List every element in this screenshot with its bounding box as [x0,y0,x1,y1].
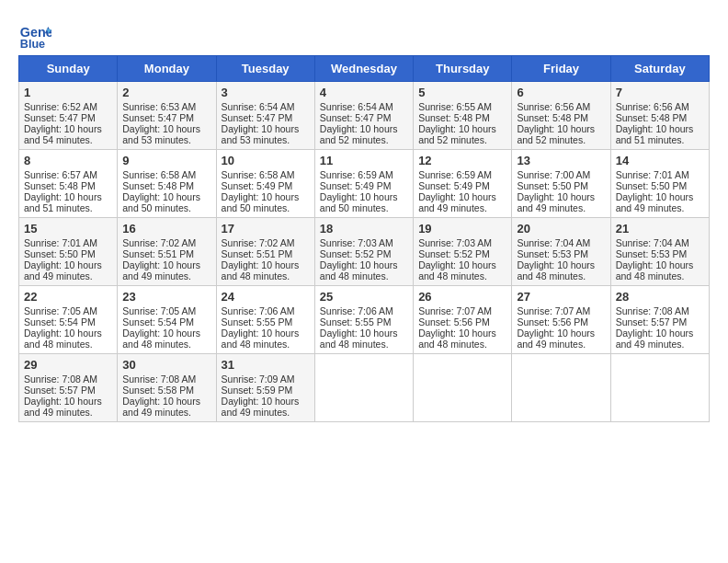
day-number: 2 [122,86,210,99]
sunrise: Sunrise: 6:55 AM [418,101,492,112]
daylight: Daylight: 10 hours and 48 minutes. [320,327,398,350]
calendar-week-4: 22Sunrise: 7:05 AMSunset: 5:54 PMDayligh… [19,286,710,354]
calendar-cell: 7Sunrise: 6:56 AMSunset: 5:48 PMDaylight… [610,82,709,150]
daylight: Daylight: 10 hours and 50 minutes. [320,191,398,213]
calendar-cell: 9Sunrise: 6:58 AMSunset: 5:48 PMDaylight… [118,150,216,218]
calendar-cell: 29Sunrise: 7:08 AMSunset: 5:57 PMDayligh… [19,354,118,422]
calendar-cell: 20Sunrise: 7:04 AMSunset: 5:53 PMDayligh… [512,218,610,286]
daylight: Daylight: 10 hours and 50 minutes. [222,191,300,213]
daylight: Daylight: 10 hours and 52 minutes. [418,123,496,145]
sunset: Sunset: 5:56 PM [418,316,490,327]
calendar-table: SundayMondayTuesdayWednesdayThursdayFrid… [18,55,710,422]
day-number: 26 [418,290,506,304]
header-cell-monday: Monday [118,56,216,82]
sunset: Sunset: 5:52 PM [418,248,490,259]
calendar-cell [512,354,610,422]
sunrise: Sunrise: 7:07 AM [418,305,492,316]
sunset: Sunset: 5:48 PM [616,112,688,123]
calendar-cell: 23Sunrise: 7:05 AMSunset: 5:54 PMDayligh… [118,286,216,354]
daylight: Daylight: 10 hours and 49 minutes. [616,327,694,350]
day-number: 12 [418,154,506,167]
sunset: Sunset: 5:48 PM [517,112,588,123]
sunrise: Sunrise: 7:03 AM [418,237,492,248]
sunrise: Sunrise: 6:59 AM [320,169,393,180]
daylight: Daylight: 10 hours and 48 minutes. [320,259,398,282]
calendar-cell: 22Sunrise: 7:05 AMSunset: 5:54 PMDayligh… [19,286,118,354]
calendar-cell: 27Sunrise: 7:07 AMSunset: 5:56 PMDayligh… [512,286,610,354]
sunrise: Sunrise: 7:00 AM [517,169,590,180]
day-number: 29 [24,358,112,372]
daylight: Daylight: 10 hours and 49 minutes. [24,396,102,418]
day-number: 21 [616,222,704,236]
daylight: Daylight: 10 hours and 49 minutes. [517,327,595,350]
calendar-cell: 28Sunrise: 7:08 AMSunset: 5:57 PMDayligh… [610,286,709,354]
day-number: 1 [24,86,112,99]
header-cell-saturday: Saturday [610,56,709,82]
day-number: 4 [320,86,408,99]
sunset: Sunset: 5:47 PM [122,112,194,123]
calendar-week-2: 8Sunrise: 6:57 AMSunset: 5:48 PMDaylight… [19,150,710,218]
sunrise: Sunrise: 6:58 AM [222,169,295,180]
header: General Blue [18,18,710,52]
sunset: Sunset: 5:57 PM [24,385,96,396]
daylight: Daylight: 10 hours and 52 minutes. [517,123,595,145]
day-number: 7 [616,86,704,99]
sunset: Sunset: 5:58 PM [122,385,194,396]
day-number: 31 [222,358,310,372]
calendar-week-3: 15Sunrise: 7:01 AMSunset: 5:50 PMDayligh… [19,218,710,286]
calendar-cell: 5Sunrise: 6:55 AMSunset: 5:48 PMDaylight… [414,82,512,150]
header-cell-tuesday: Tuesday [216,56,314,82]
calendar-cell: 12Sunrise: 6:59 AMSunset: 5:49 PMDayligh… [414,150,512,218]
day-number: 13 [517,154,605,167]
daylight: Daylight: 10 hours and 49 minutes. [122,396,200,418]
daylight: Daylight: 10 hours and 49 minutes. [517,191,595,213]
sunset: Sunset: 5:53 PM [517,248,588,259]
calendar-cell: 31Sunrise: 7:09 AMSunset: 5:59 PMDayligh… [216,354,314,422]
sunset: Sunset: 5:50 PM [517,180,588,191]
sunrise: Sunrise: 7:02 AM [222,237,295,248]
sunrise: Sunrise: 6:54 AM [320,101,393,112]
calendar-cell: 11Sunrise: 6:59 AMSunset: 5:49 PMDayligh… [314,150,413,218]
calendar-cell: 10Sunrise: 6:58 AMSunset: 5:49 PMDayligh… [216,150,314,218]
header-cell-thursday: Thursday [414,56,512,82]
daylight: Daylight: 10 hours and 48 minutes. [222,259,300,282]
daylight: Daylight: 10 hours and 49 minutes. [418,191,496,213]
day-number: 30 [122,358,210,372]
daylight: Daylight: 10 hours and 52 minutes. [320,123,398,145]
sunset: Sunset: 5:49 PM [320,180,392,191]
sunset: Sunset: 5:48 PM [122,180,194,191]
day-number: 6 [517,86,605,99]
calendar-cell: 21Sunrise: 7:04 AMSunset: 5:53 PMDayligh… [610,218,709,286]
day-number: 9 [122,154,210,167]
sunset: Sunset: 5:52 PM [320,248,392,259]
sunset: Sunset: 5:50 PM [24,248,96,259]
calendar-cell: 16Sunrise: 7:02 AMSunset: 5:51 PMDayligh… [118,218,216,286]
day-number: 20 [517,222,605,236]
sunrise: Sunrise: 7:06 AM [320,305,393,316]
sunset: Sunset: 5:48 PM [24,180,96,191]
sunrise: Sunrise: 7:01 AM [616,169,689,180]
header-cell-friday: Friday [512,56,610,82]
daylight: Daylight: 10 hours and 48 minutes. [418,327,496,350]
sunrise: Sunrise: 6:56 AM [517,101,590,112]
sunrise: Sunrise: 7:09 AM [222,373,295,385]
calendar-header-row: SundayMondayTuesdayWednesdayThursdayFrid… [19,56,710,82]
sunrise: Sunrise: 7:04 AM [616,237,689,248]
sunrise: Sunrise: 7:05 AM [122,305,196,316]
daylight: Daylight: 10 hours and 49 minutes. [122,259,200,282]
calendar-cell [610,354,709,422]
calendar-cell: 18Sunrise: 7:03 AMSunset: 5:52 PMDayligh… [314,218,413,286]
calendar-cell: 6Sunrise: 6:56 AMSunset: 5:48 PMDaylight… [512,82,610,150]
logo-icon: General Blue [18,18,51,52]
calendar-cell [314,354,413,422]
daylight: Daylight: 10 hours and 51 minutes. [616,123,694,145]
daylight: Daylight: 10 hours and 48 minutes. [222,327,300,350]
daylight: Daylight: 10 hours and 49 minutes. [616,191,694,213]
sunset: Sunset: 5:47 PM [222,112,293,123]
sunrise: Sunrise: 6:54 AM [222,101,295,112]
calendar-cell: 4Sunrise: 6:54 AMSunset: 5:47 PMDaylight… [314,82,413,150]
sunset: Sunset: 5:50 PM [616,180,688,191]
day-number: 3 [222,86,310,99]
calendar-cell: 24Sunrise: 7:06 AMSunset: 5:55 PMDayligh… [216,286,314,354]
header-cell-sunday: Sunday [19,56,118,82]
